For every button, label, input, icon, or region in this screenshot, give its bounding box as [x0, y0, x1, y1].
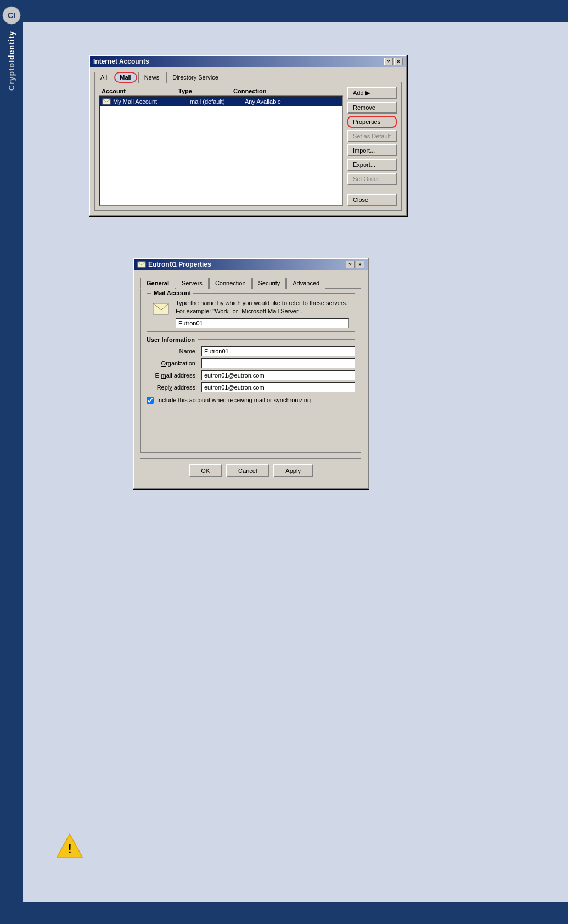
name-input[interactable]: [201, 346, 355, 356]
internet-accounts-tabs: All Mail News Directory Service: [94, 71, 402, 82]
sidebar: CI CryptoIdentity: [0, 0, 23, 924]
set-order-button[interactable]: Set Order...: [347, 173, 397, 185]
name-row: Name:: [147, 346, 355, 356]
eutron-titlebar: Eutron01 Properties ? ×: [134, 259, 368, 270]
eutron-tab-servers[interactable]: Servers: [176, 278, 209, 289]
eutron-help-button[interactable]: ?: [346, 261, 355, 268]
sidebar-brand-text: CryptoIdentity: [7, 31, 16, 91]
reply-input[interactable]: [201, 382, 355, 392]
eutron-dialog-body: General Servers Connection Security Adva…: [134, 270, 368, 488]
internet-accounts-title: Internet Accounts: [93, 58, 149, 65]
bottom-bar: [23, 902, 568, 924]
email-input[interactable]: [201, 370, 355, 380]
import-button[interactable]: Import...: [347, 144, 397, 156]
add-button[interactable]: Add ▶: [347, 87, 397, 99]
account-row-my-mail[interactable]: My Mail Account mail (default) Any Avail…: [100, 97, 342, 106]
mail-account-icon: [102, 98, 111, 105]
email-row: E-mail address:: [147, 370, 355, 380]
set-as-default-button[interactable]: Set as Default: [347, 130, 397, 142]
eutron-properties-dialog: Eutron01 Properties ? × General Servers …: [133, 258, 369, 489]
eutron-title: Eutron01 Properties: [148, 261, 211, 268]
remove-button[interactable]: Remove: [347, 102, 397, 114]
mail-account-content: Type the name by which you would like to…: [153, 299, 349, 328]
help-button[interactable]: ?: [384, 58, 393, 65]
ok-button[interactable]: OK: [189, 464, 222, 477]
close-button[interactable]: ×: [394, 58, 403, 65]
tab-mail[interactable]: Mail: [114, 72, 137, 83]
eutron-tab-advanced[interactable]: Advanced: [286, 278, 325, 289]
eutron-titlebar-icon: [137, 261, 146, 268]
header-type: Type: [178, 88, 233, 94]
include-account-checkbox[interactable]: [147, 397, 154, 404]
properties-button[interactable]: Properties: [347, 116, 397, 128]
mail-account-section: Mail Account Type the name by which you …: [147, 293, 355, 332]
reply-row: Reply address:: [147, 382, 355, 392]
organization-input[interactable]: [201, 358, 355, 368]
eutron-titlebar-controls: ? ×: [346, 261, 364, 268]
accounts-table-header: Account Type Connection: [99, 87, 343, 96]
export-button[interactable]: Export...: [347, 159, 397, 171]
apply-button[interactable]: Apply: [273, 464, 313, 477]
titlebar-controls: ? ×: [384, 58, 403, 65]
eutron-tab-general-content: Mail Account Type the name by which you …: [140, 288, 361, 453]
tab-all[interactable]: All: [94, 72, 113, 83]
user-info-header: User Information: [147, 336, 355, 343]
account-connection: Any Available: [245, 98, 300, 105]
top-bar: [23, 0, 568, 22]
mail-icon-area: [153, 299, 170, 318]
close-dialog-button[interactable]: Close: [347, 194, 397, 206]
eutron-tab-connection[interactable]: Connection: [209, 278, 252, 289]
mail-account-legend: Mail Account: [151, 290, 193, 296]
eutron-close-button[interactable]: ×: [356, 261, 364, 268]
internet-accounts-titlebar: Internet Accounts ? ×: [90, 56, 406, 67]
include-account-row: Include this account when receiving mail…: [147, 397, 355, 404]
accounts-list[interactable]: My Mail Account mail (default) Any Avail…: [99, 96, 343, 206]
email-label: E-mail address:: [147, 372, 201, 379]
accounts-list-panel: Account Type Connection My Mail Account …: [99, 87, 343, 206]
tab-news[interactable]: News: [138, 72, 166, 83]
accounts-buttons-panel: Add ▶ Remove Properties Set as Default I…: [347, 87, 397, 206]
account-type: mail (default): [190, 98, 245, 105]
include-account-label: Include this account when receiving mail…: [157, 397, 311, 403]
user-info-separator: [198, 339, 355, 340]
eutron-tab-general[interactable]: General: [140, 278, 175, 289]
organization-label: Organization:: [147, 360, 201, 367]
titlebar-left: Internet Accounts: [93, 58, 149, 65]
user-info-label: User Information: [147, 336, 195, 343]
reply-label: Reply address:: [147, 384, 201, 391]
header-connection: Connection: [233, 88, 288, 94]
svg-text:CI: CI: [8, 11, 15, 20]
eutron-tab-security[interactable]: Security: [252, 278, 286, 289]
mail-account-name-input[interactable]: [176, 318, 349, 328]
warning-icon: !: [56, 833, 83, 858]
mail-icon: [153, 301, 170, 317]
cancel-button[interactable]: Cancel: [226, 464, 269, 477]
main-content: Internet Accounts ? × All Mail News Dire…: [23, 22, 568, 902]
mail-account-description: Type the name by which you would like to…: [176, 299, 349, 328]
tab-directory-service[interactable]: Directory Service: [166, 72, 224, 83]
name-label: Name:: [147, 348, 201, 354]
internet-accounts-dialog: Internet Accounts ? × All Mail News Dire…: [89, 55, 407, 216]
eutron-tabs: General Servers Connection Security Adva…: [140, 278, 361, 289]
warning-area: !: [56, 833, 83, 858]
eutron-titlebar-left: Eutron01 Properties: [137, 261, 211, 268]
account-name: My Mail Account: [113, 98, 190, 105]
organization-row: Organization:: [147, 358, 355, 368]
tab-content-area: Account Type Connection My Mail Account …: [94, 82, 402, 211]
internet-accounts-body: All Mail News Directory Service Account …: [90, 67, 406, 215]
content-spacer: [147, 404, 355, 448]
header-account: Account: [102, 88, 178, 94]
user-information-section: User Information Name: Organization:: [147, 336, 355, 392]
svg-text:!: !: [68, 841, 72, 856]
eutron-footer: OK Cancel Apply: [140, 458, 361, 483]
sidebar-logo-icon: CI: [2, 5, 21, 25]
